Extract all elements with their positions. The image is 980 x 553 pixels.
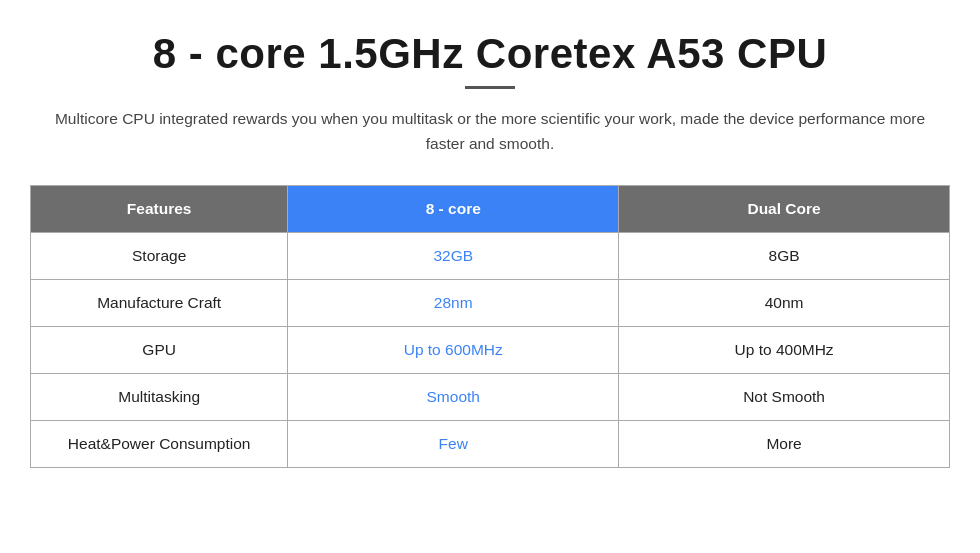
table-row: Heat&Power ConsumptionFewMore [31,420,950,467]
cell-feature-2: GPU [31,326,288,373]
cell-feature-1: Manufacture Craft [31,279,288,326]
cell-8core-0: 32GB [288,232,619,279]
cell-8core-3: Smooth [288,373,619,420]
cell-dual-3: Not Smooth [619,373,950,420]
header-8core: 8 - core [288,185,619,232]
title-divider [465,86,515,89]
comparison-table: Features 8 - core Dual Core Storage32GB8… [30,185,950,468]
table-row: MultitaskingSmoothNot Smooth [31,373,950,420]
cell-feature-0: Storage [31,232,288,279]
cell-feature-3: Multitasking [31,373,288,420]
table-row: Manufacture Craft28nm40nm [31,279,950,326]
table-row: Storage32GB8GB [31,232,950,279]
header-dual: Dual Core [619,185,950,232]
table-row: GPUUp to 600MHzUp to 400MHz [31,326,950,373]
subtitle: Multicore CPU integrated rewards you whe… [40,107,940,157]
table-header-row: Features 8 - core Dual Core [31,185,950,232]
cell-dual-1: 40nm [619,279,950,326]
cell-8core-2: Up to 600MHz [288,326,619,373]
cell-feature-4: Heat&Power Consumption [31,420,288,467]
page-title: 8 - core 1.5GHz Coretex A53 CPU [153,30,828,78]
cell-dual-0: 8GB [619,232,950,279]
cell-8core-4: Few [288,420,619,467]
header-features: Features [31,185,288,232]
cell-dual-4: More [619,420,950,467]
cell-dual-2: Up to 400MHz [619,326,950,373]
cell-8core-1: 28nm [288,279,619,326]
